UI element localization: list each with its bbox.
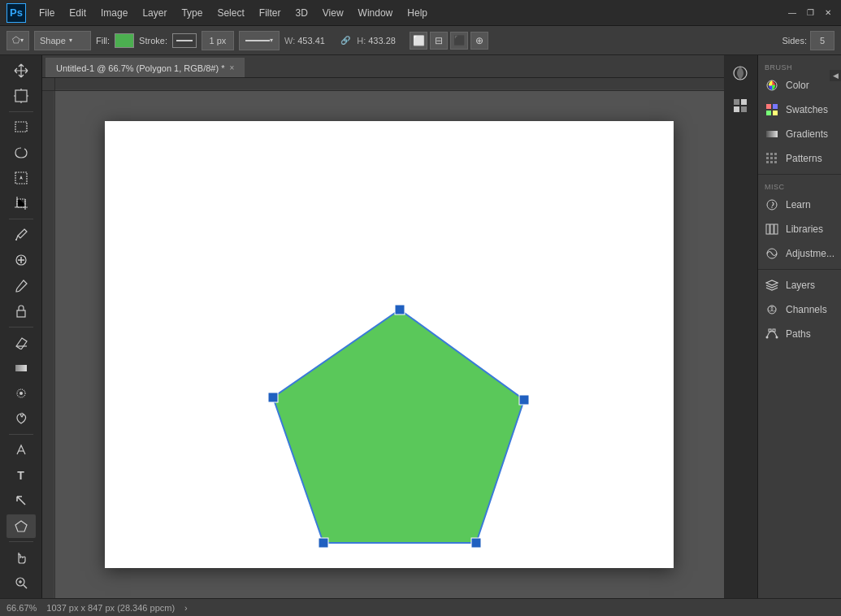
svg-rect-39 <box>770 153 773 155</box>
shape-tool[interactable] <box>7 514 36 538</box>
menu-edit[interactable]: Edit <box>63 5 93 21</box>
burn-tool[interactable] <box>7 407 36 431</box>
marquee-rect-tool[interactable] <box>7 115 36 139</box>
eyedropper-tool[interactable] <box>7 223 36 246</box>
status-arrow[interactable]: › <box>184 603 188 613</box>
shape-tool-icon[interactable]: ⬠▾ <box>7 31 29 50</box>
width-value[interactable]: 453.41 <box>297 36 334 46</box>
svg-rect-43 <box>774 157 777 159</box>
panel-icon-top2[interactable] <box>726 91 755 120</box>
swatches-label: Swatches <box>786 104 828 115</box>
align-center-button[interactable]: ⊟ <box>430 32 448 50</box>
canvas-body <box>42 91 724 598</box>
restore-button[interactable]: ❐ <box>804 7 817 20</box>
minimize-button[interactable]: — <box>786 7 799 20</box>
svg-point-48 <box>771 206 773 208</box>
stroke-width-input[interactable]: 1 px <box>202 31 234 50</box>
panel-icon-top1[interactable] <box>726 59 755 88</box>
svg-rect-13 <box>17 310 25 317</box>
svg-rect-50 <box>770 224 774 234</box>
sides-input[interactable]: 5 <box>810 31 834 50</box>
path-select-tool[interactable] <box>7 489 36 513</box>
stroke-label: Stroke: <box>139 36 167 46</box>
svg-line-22 <box>24 585 27 588</box>
channels-icon <box>765 302 779 317</box>
tool-separator4 <box>9 434 33 435</box>
close-tab-button[interactable]: × <box>229 63 234 72</box>
svg-rect-38 <box>766 153 769 155</box>
handle-right[interactable] <box>519 395 529 405</box>
ruler-left <box>42 91 55 598</box>
panel-item-channels[interactable]: Channels <box>758 297 841 322</box>
gradient-tool[interactable] <box>7 356 36 380</box>
menu-window[interactable]: Window <box>352 5 400 21</box>
panel-item-libraries[interactable]: Libraries <box>758 217 841 241</box>
panel-item-swatches[interactable]: Swatches <box>758 98 841 122</box>
menu-image[interactable]: Image <box>94 5 134 21</box>
svg-rect-30 <box>734 106 739 112</box>
move-tool[interactable] <box>7 59 36 82</box>
layers-label: Layers <box>786 280 815 291</box>
arrange-button[interactable]: ⊕ <box>470 32 488 50</box>
handle-top[interactable] <box>395 305 405 315</box>
panel-divider1 <box>758 174 841 175</box>
brush-tool[interactable] <box>7 274 36 297</box>
link-proportions-icon[interactable]: 🔗 <box>339 34 352 47</box>
menu-view[interactable]: View <box>316 5 350 21</box>
sides-label: Sides: <box>782 36 807 46</box>
document-tab[interactable]: Untitled-1 @ 66.7% (Polygon 1, RGB/8#) *… <box>46 58 245 77</box>
gradients-label: Gradients <box>786 128 828 140</box>
hand-tool[interactable] <box>7 545 36 569</box>
canvas-area: Untitled-1 @ 66.7% (Polygon 1, RGB/8#) *… <box>42 55 724 598</box>
menu-3d[interactable]: 3D <box>288 5 314 21</box>
menu-select[interactable]: Select <box>210 5 250 21</box>
align-left-button[interactable]: ⬜ <box>410 32 427 50</box>
canvas-document <box>105 121 674 568</box>
height-label: H: <box>357 36 366 46</box>
ps-logo: Ps <box>7 3 26 23</box>
menu-file[interactable]: File <box>33 5 61 21</box>
fill-label: Fill: <box>96 36 110 46</box>
eraser-tool[interactable] <box>7 331 36 354</box>
panel-icon-strip <box>724 55 758 598</box>
blur-tool[interactable] <box>7 381 36 405</box>
panel-item-gradients[interactable]: Gradients <box>758 122 841 146</box>
shape-type-dropdown[interactable]: Shape ▾ <box>34 31 91 50</box>
stamp-tool[interactable] <box>7 299 36 323</box>
pen-tool[interactable] <box>7 438 36 462</box>
panel-item-patterns[interactable]: Patterns <box>758 146 841 171</box>
healing-tool[interactable] <box>7 248 36 271</box>
canvas-main[interactable] <box>55 91 724 598</box>
panel-item-color[interactable]: Color <box>758 73 841 98</box>
handle-bottom-right[interactable] <box>471 538 481 548</box>
lasso-tool[interactable] <box>7 141 36 164</box>
menu-layer[interactable]: Layer <box>136 5 173 21</box>
fill-swatch[interactable] <box>115 33 134 48</box>
stroke-swatch[interactable] <box>172 33 197 48</box>
menu-help[interactable]: Help <box>401 5 434 21</box>
menu-filter[interactable]: Filter <box>253 5 288 21</box>
handle-bottom-left[interactable] <box>319 538 328 548</box>
svg-rect-42 <box>770 157 773 159</box>
panel-item-adjustments[interactable]: Adjustme... <box>758 241 841 266</box>
type-tool[interactable]: T <box>7 463 36 487</box>
svg-point-55 <box>771 306 776 311</box>
svg-rect-58 <box>769 329 771 332</box>
menu-type[interactable]: Type <box>175 5 209 21</box>
panel-item-learn[interactable]: Learn <box>758 193 841 217</box>
close-button[interactable]: ✕ <box>821 7 834 20</box>
artboard-tool[interactable] <box>7 84 36 107</box>
stroke-style-dropdown[interactable]: ▾ <box>239 31 280 50</box>
zoom-tool[interactable] <box>7 571 36 595</box>
object-select-tool[interactable] <box>7 166 36 189</box>
panel-collapse-button[interactable]: ◀ <box>830 70 841 81</box>
height-value[interactable]: 433.28 <box>368 36 405 46</box>
align-right-button[interactable]: ⬛ <box>450 32 468 50</box>
polygon-shape[interactable] <box>273 310 524 543</box>
crop-tool[interactable] <box>7 192 36 215</box>
panel-item-paths[interactable]: Paths <box>758 322 841 346</box>
panel-item-layers[interactable]: Layers <box>758 273 841 297</box>
chevron-down-icon: ▾ <box>69 37 72 44</box>
status-bar: 66.67% 1037 px x 847 px (28.346 ppcm) › <box>0 598 841 616</box>
handle-left[interactable] <box>268 393 278 402</box>
